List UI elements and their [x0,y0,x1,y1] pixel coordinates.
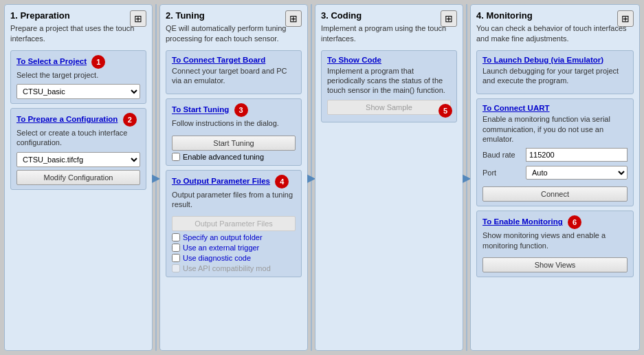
panel-monitoring-header: 4. Monitoring [476,10,634,21]
panel-monitoring: 4. Monitoring You can check a behavior o… [470,4,640,351]
connect-target-section: To Connect Target Board Connect your tar… [166,50,302,95]
project-select[interactable]: CTSU_basic [16,84,140,99]
port-row: Port Auto [482,166,628,180]
output-params-desc: Output parameter files from a tuning res… [172,190,296,210]
launch-debug-desc: Launch debugging for your target project… [482,66,628,86]
launch-debug-section: To Launch Debug (via Emulator) Launch de… [476,50,634,95]
connect-uart-section: To Connect UART Enable a monitoring func… [476,98,634,206]
badge-1: 1 [91,55,105,69]
prepare-config-section: To Prepare a Configuration 2 Select or c… [10,108,146,190]
port-label: Port [482,169,520,177]
panel-preparation-header: 1. Preparation [10,10,146,21]
diagnostic-code-checkbox[interactable] [172,254,180,262]
connect-button[interactable]: Connect [482,186,628,202]
enable-monitoring-link[interactable]: To Enable Monitoring [482,217,563,226]
connect-uart-link[interactable]: To Connect UART [482,104,550,112]
panel-tuning-icon[interactable]: ⊞ [285,10,302,27]
badge-6: 6 [568,215,581,229]
panel-preparation-icon[interactable]: ⊞ [130,10,146,27]
prepare-config-link[interactable]: To Prepare a Configuration [16,115,118,123]
start-tuning-desc: Follow instructions in the dialog. [172,118,296,128]
connect-target-desc: Connect your target board and PC via an … [172,66,296,86]
badge-4: 4 [275,175,289,189]
start-tuning-link[interactable]: To Start Tuning [172,106,229,114]
config-select[interactable]: CTSU_basic.tifcfg [16,152,140,167]
show-code-link[interactable]: To Show Code [327,56,381,64]
checkbox-external-trigger: Use an external trigger [172,244,296,252]
panel-tuning-desc: QE will automatically perform tuning pro… [166,23,302,45]
advanced-tuning-checkbox[interactable] [172,153,180,161]
baud-row: Baud rate [482,148,628,162]
panel-coding-desc: Implement a program using the touch inte… [321,23,457,45]
baud-input[interactable] [526,148,628,162]
baud-label: Baud rate [482,151,520,159]
start-tuning-section: To Start Tuning 3 Follow instructions in… [166,98,302,165]
select-project-link[interactable]: To Select a Project [16,57,87,65]
panel-coding-icon[interactable]: ⊞ [441,10,457,27]
panel-preparation-desc: Prepare a project that uses the touch in… [10,23,146,45]
output-params-section: To Output Parameter Files 4 Output param… [166,170,302,278]
panel-preparation: 1. Preparation Prepare a project that us… [4,4,153,351]
enable-monitoring-desc: Show monitoring views and enable a monit… [482,230,628,250]
badge-3: 3 [234,103,248,117]
connect-uart-desc: Enable a monitoring function via serial … [482,114,628,144]
advanced-tuning-row: Enable advanced tuning [172,153,296,161]
divider-2-3 [311,4,312,351]
panel-coding-header: 3. Coding [321,10,457,21]
connect-target-link[interactable]: To Connect Target Board [172,56,265,64]
modify-config-button[interactable]: Modify Configuration [16,170,140,185]
output-folder-checkbox[interactable] [172,233,180,241]
output-params-button: Output Parameter Files [172,216,296,231]
checkbox-api-compat: Use API compatibility mod [172,264,296,272]
panel-coding: 3. Coding Implement a program using the … [315,4,463,351]
api-compat-label: Use API compatibility mod [183,264,271,272]
select-project-desc: Select the target project. [16,70,140,80]
external-trigger-checkbox[interactable] [172,244,180,252]
launch-debug-link[interactable]: To Launch Debug (via Emulator) [482,56,603,64]
diagnostic-code-label: Use diagnostic code [183,254,251,262]
show-views-button[interactable]: Show Views [482,257,628,272]
enable-monitoring-section: To Enable Monitoring 6 Show monitoring v… [476,211,634,277]
panel-monitoring-icon[interactable]: ⊞ [617,10,634,27]
panel-tuning: 2. Tuning QE will automatically perform … [159,4,308,351]
advanced-tuning-label: Enable advanced tuning [183,153,264,161]
badge-5: 5 [438,104,452,118]
port-select[interactable]: Auto [526,166,628,180]
checkbox-diagnostic-code: Use diagnostic code [172,254,296,262]
badge-2: 2 [123,113,137,127]
checkbox-output-folder: Specify an output folder [172,233,296,241]
start-tuning-button[interactable]: Start Tuning [172,136,296,151]
panel-tuning-header: 2. Tuning [166,10,302,21]
show-code-section: To Show Code Implement a program that pe… [321,50,457,122]
output-folder-label: Specify an output folder [183,233,263,241]
external-trigger-label: Use an external trigger [183,244,259,252]
panel-monitoring-desc: You can check a behavior of touch interf… [476,23,634,45]
select-project-section: To Select a Project 1 Select the target … [10,50,146,104]
main-container: 1. Preparation Prepare a project that us… [0,0,644,355]
show-sample-button: Show Sample [327,100,451,115]
divider-1-2 [155,4,157,351]
output-params-link[interactable]: To Output Parameter Files [172,177,270,185]
prepare-config-desc: Select or create a touch interface confi… [16,128,140,148]
divider-3-4 [466,4,467,351]
api-compat-checkbox [172,264,180,272]
show-code-desc: Implement a program that periodically sc… [327,66,451,96]
